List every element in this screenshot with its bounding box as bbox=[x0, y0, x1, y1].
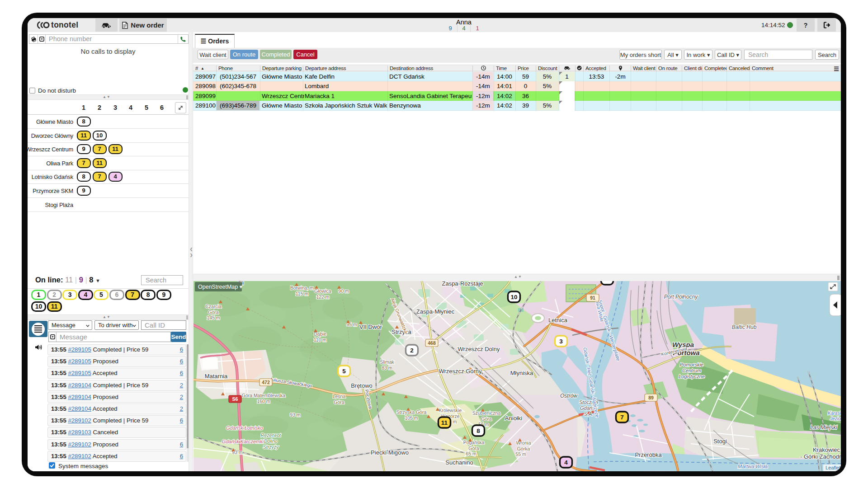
svg-text:Krakowiec: Krakowiec bbox=[813, 446, 840, 453]
svg-text:105 m: 105 m bbox=[405, 415, 418, 421]
svg-text:Góra: Góra bbox=[334, 399, 344, 405]
svg-text:93 m: 93 m bbox=[290, 412, 301, 418]
svg-text:Stogi: Stogi bbox=[713, 438, 727, 445]
svg-text:m: m bbox=[453, 419, 457, 424]
svg-text:Brętowo: Brętowo bbox=[351, 382, 373, 389]
svg-text:Góra: Góra bbox=[208, 310, 219, 315]
svg-text:Baltic Hub: Baltic Hub bbox=[732, 324, 757, 330]
svg-text:Botwina, m: Botwina, m bbox=[290, 285, 314, 291]
svg-text:5: 5 bbox=[342, 368, 346, 375]
svg-text:110 m: 110 m bbox=[314, 337, 327, 343]
svg-text:Karasio: Karasio bbox=[828, 411, 841, 416]
svg-text:Górka: Górka bbox=[517, 446, 530, 451]
svg-text:91: 91 bbox=[590, 295, 595, 300]
svg-text:Centrum: Centrum bbox=[682, 368, 701, 373]
svg-text:S.A.: S.A. bbox=[584, 411, 594, 417]
svg-text:Ślimak: Ślimak bbox=[380, 359, 394, 365]
svg-text:Wrzeszcz Górny: Wrzeszcz Górny bbox=[439, 368, 482, 375]
svg-text:Młyniska: Młyniska bbox=[510, 370, 533, 376]
svg-text:Zaspa-Młyniec: Zaspa-Młyniec bbox=[416, 308, 455, 315]
svg-text:160 m: 160 m bbox=[257, 399, 270, 404]
svg-text:90 m: 90 m bbox=[338, 288, 349, 294]
svg-text:Gdańsk Karczemki: Gdańsk Karczemki bbox=[222, 439, 264, 444]
svg-text:Czarcia: Czarcia bbox=[205, 304, 222, 309]
svg-text:2: 2 bbox=[410, 347, 414, 354]
svg-text:Strzyży: Strzyży bbox=[263, 444, 279, 450]
svg-text:Dolino: Dolino bbox=[264, 438, 278, 444]
svg-text:7: 7 bbox=[620, 414, 624, 421]
svg-text:472: 472 bbox=[262, 380, 270, 385]
svg-text:55 m: 55 m bbox=[515, 451, 526, 457]
svg-text:115 m: 115 m bbox=[296, 291, 309, 296]
svg-text:Rezerwot: Rezerwot bbox=[261, 432, 281, 438]
svg-text:Suchanino: Suchanino bbox=[445, 459, 473, 466]
svg-text:Wronia: Wronia bbox=[516, 440, 531, 446]
svg-text:Las Miejski: Las Miejski bbox=[810, 424, 837, 431]
svg-text:4: 4 bbox=[564, 459, 568, 466]
svg-text:8: 8 bbox=[476, 427, 480, 434]
svg-text:- Górki Zachodni: - Górki Zachodni bbox=[800, 453, 841, 460]
svg-text:Pogańska: Pogańska bbox=[463, 440, 485, 445]
svg-text:Góra: Góra bbox=[481, 416, 492, 422]
svg-text:83 m: 83 m bbox=[382, 365, 392, 371]
svg-text:Ostrów: Ostrów bbox=[560, 393, 578, 399]
svg-text:Głowica: Głowica bbox=[314, 288, 331, 294]
svg-text:145 m: 145 m bbox=[207, 315, 220, 320]
svg-text:Aniołki: Aniołki bbox=[505, 415, 522, 422]
svg-text:OpenStreetMap ▾: OpenStreetMap ▾ bbox=[198, 284, 243, 290]
svg-text:Pomorskie: Pomorskie bbox=[680, 362, 703, 367]
svg-text:Wrzeszcz Dolny: Wrzeszcz Dolny bbox=[458, 346, 500, 352]
svg-text:Matarnia: Matarnia bbox=[205, 373, 228, 380]
svg-text:Lesna: Lesna bbox=[333, 394, 346, 399]
svg-text:10: 10 bbox=[510, 294, 517, 300]
svg-text:Logistyczne: Logistyczne bbox=[679, 374, 705, 379]
svg-text:Martwa Wisła: Martwa Wisła bbox=[738, 464, 768, 469]
svg-text:Szubieniczna: Szubieniczna bbox=[472, 410, 501, 416]
svg-text:3: 3 bbox=[559, 338, 563, 345]
svg-text:Przeróbka: Przeróbka bbox=[635, 451, 662, 458]
svg-text:11: 11 bbox=[441, 419, 448, 426]
svg-text:122 m: 122 m bbox=[316, 294, 329, 300]
svg-text:Gdańsk Łotnisko: Gdańsk Łotnisko bbox=[226, 425, 263, 431]
svg-text:Piecki-Migowo: Piecki-Migowo bbox=[371, 449, 409, 456]
svg-text:Port Północny: Port Północny bbox=[664, 294, 698, 300]
svg-text:Letnica: Letnica bbox=[548, 317, 568, 324]
svg-text:Leaflet: Leaflet bbox=[826, 465, 840, 470]
svg-text:Zaspa-Rozstaje: Zaspa-Rozstaje bbox=[442, 281, 483, 287]
svg-text:468: 468 bbox=[428, 340, 436, 346]
svg-text:89: 89 bbox=[648, 395, 654, 400]
svg-text:Jeziork: Jeziork bbox=[830, 416, 841, 421]
svg-text:Strzyska Góra: Strzyska Góra bbox=[396, 409, 427, 415]
svg-text:Góra Matemblewska: Góra Matemblewska bbox=[242, 393, 285, 398]
svg-text:Królewskie: Królewskie bbox=[439, 408, 462, 413]
svg-text:VII Dwór: VII Dwór bbox=[359, 324, 382, 330]
svg-text:S6: S6 bbox=[232, 396, 238, 402]
svg-text:Góra: Góra bbox=[468, 446, 479, 451]
svg-text:65 m: 65 m bbox=[466, 451, 476, 456]
